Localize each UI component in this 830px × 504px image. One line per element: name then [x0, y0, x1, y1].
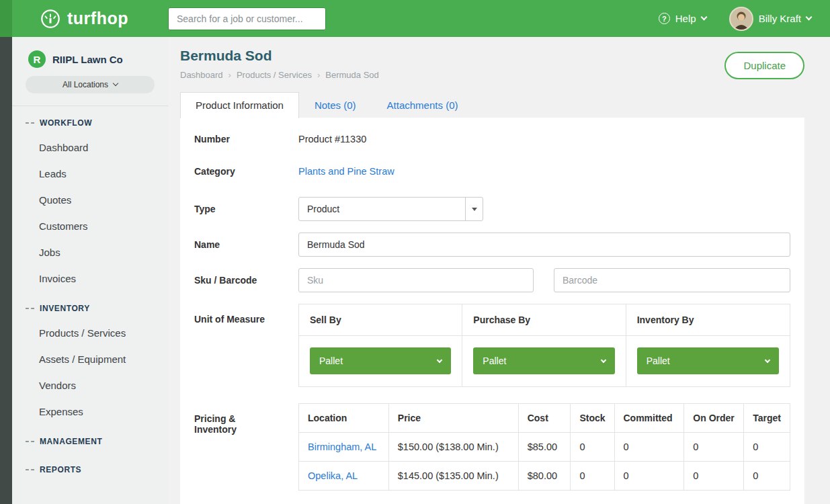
section-header-inventory[interactable]: INVENTORY — [12, 296, 168, 320]
duplicate-button[interactable]: Duplicate — [724, 52, 804, 79]
on-order-cell: 0 — [684, 462, 744, 491]
barcode-input[interactable] — [554, 268, 790, 292]
breadcrumb-current: Bermuda Sod — [325, 70, 379, 80]
section-header-reports[interactable]: REPORTS — [12, 457, 168, 481]
sidebar-item-assets-equipment[interactable]: Assets / Equipment — [12, 346, 168, 372]
sku-input[interactable] — [298, 268, 534, 292]
turfhop-logo-icon — [40, 8, 61, 30]
help-label: Help — [675, 13, 696, 24]
dashes-icon — [26, 122, 34, 124]
sidebar-item-invoices[interactable]: Invoices — [12, 265, 168, 292]
table-row: Birmingham, AL $150.00 ($138.00 Min.) $8… — [299, 433, 790, 462]
number-label: Number — [194, 134, 298, 144]
sidebar-section-management: MANAGEMENT — [12, 429, 168, 453]
table-row: Opelika, AL $145.00 ($135.00 Min.) $80.0… — [299, 462, 790, 491]
user-menu[interactable]: Billy Kraft — [729, 7, 811, 31]
chevron-down-icon — [113, 81, 118, 86]
help-menu[interactable]: ? Help — [659, 13, 706, 24]
type-selected-value: Product — [307, 204, 339, 214]
dashes-icon — [26, 308, 34, 309]
sidebar-item-products-services[interactable]: Products / Services — [12, 320, 168, 346]
chevron-down-icon — [437, 357, 442, 362]
chevron-down-icon — [600, 357, 606, 362]
avatar — [729, 7, 753, 31]
sidebar-item-quotes[interactable]: Quotes — [12, 187, 168, 213]
committed-cell: 0 — [614, 462, 684, 491]
category-link[interactable]: Plants and Pine Straw — [298, 166, 395, 177]
chevron-down-icon — [765, 357, 770, 362]
dashes-icon — [26, 441, 34, 442]
purchase-by-dropdown[interactable]: Pallet — [473, 347, 614, 374]
type-select[interactable]: Product — [298, 197, 483, 221]
col-committed: Committed — [614, 404, 684, 433]
tab-attachments[interactable]: Attachments (0) — [372, 92, 474, 118]
sku-barcode-label: Sku / Barcode — [194, 275, 298, 286]
pricing-inventory-table: Location Price Cost Stock Committed On O… — [298, 403, 790, 491]
stock-cell: 0 — [571, 433, 614, 462]
company-name: RIIPL Lawn Co — [52, 54, 123, 65]
inventory-by-dropdown[interactable]: Pallet — [637, 347, 779, 374]
tab-bar: Product Information Notes (0) Attachment… — [180, 92, 804, 118]
locations-label: All Locations — [63, 80, 108, 89]
sidebar-section-reports: REPORTS — [12, 457, 168, 481]
sell-by-dropdown[interactable]: Pallet — [310, 347, 451, 374]
category-label: Category — [194, 166, 298, 177]
breadcrumb-products-services[interactable]: Products / Services — [237, 70, 312, 80]
main-content: Bermuda Sod Dashboard › Products / Servi… — [180, 37, 830, 504]
breadcrumb-dashboard[interactable]: Dashboard — [180, 70, 223, 80]
uom-cell-inventory-by: Pallet — [626, 336, 790, 386]
uom-cell-sell-by: Pallet — [299, 336, 462, 386]
section-label: INVENTORY — [40, 304, 90, 313]
page-title: Bermuda Sod — [180, 48, 379, 64]
row-category: Category Plants and Pine Straw — [194, 166, 790, 177]
col-cost: Cost — [518, 404, 571, 433]
unit-of-measure-table: Sell By Purchase By Inventory By Pallet … — [298, 304, 790, 387]
uom-cell-purchase-by: Pallet — [462, 336, 626, 386]
pricing-inventory-label: Pricing & Inventory — [194, 403, 275, 435]
col-location: Location — [299, 404, 389, 433]
target-cell: 0 — [744, 462, 790, 491]
sidebar: R RIIPL Lawn Co All Locations WORKFLOW D… — [12, 37, 168, 504]
user-name: Billy Kraft — [759, 13, 801, 24]
price-cell: $150.00 ($138.00 Min.) — [388, 433, 518, 462]
tab-product-information[interactable]: Product Information — [180, 92, 299, 118]
sidebar-item-vendors[interactable]: Vendors — [12, 372, 168, 398]
name-label: Name — [194, 239, 298, 250]
sidebar-divider — [12, 106, 168, 106]
row-sku-barcode: Sku / Barcode — [194, 268, 790, 292]
brand-logo[interactable]: turfhop — [0, 8, 168, 30]
on-order-cell: 0 — [684, 433, 744, 462]
location-link[interactable]: Birmingham, AL — [299, 433, 389, 462]
tab-notes[interactable]: Notes (0) — [299, 92, 372, 118]
help-icon: ? — [659, 13, 670, 24]
section-label: MANAGEMENT — [40, 437, 102, 446]
location-link[interactable]: Opelika, AL — [299, 462, 389, 491]
company-header[interactable]: R RIIPL Lawn Co — [12, 37, 168, 76]
locations-dropdown[interactable]: All Locations — [26, 76, 155, 93]
brand-name: turfhop — [67, 9, 128, 28]
topbar: turfhop ? Help Billy Kraft — [0, 0, 830, 37]
search-input[interactable] — [168, 7, 326, 30]
purchase-by-value: Pallet — [483, 355, 506, 366]
cost-cell: $80.00 — [518, 462, 571, 491]
product-information-panel: Number Product #11330 Category Plants an… — [180, 118, 804, 504]
sidebar-section-workflow: WORKFLOW Dashboard Leads Quotes Customer… — [12, 110, 168, 292]
chevron-down-icon — [806, 14, 813, 21]
cost-cell: $85.00 — [518, 433, 571, 462]
col-stock: Stock — [571, 404, 614, 433]
breadcrumb-separator: › — [229, 70, 231, 80]
name-input[interactable] — [298, 233, 790, 257]
sidebar-item-leads[interactable]: Leads — [12, 161, 168, 187]
section-header-management[interactable]: MANAGEMENT — [12, 429, 168, 453]
type-label: Type — [194, 204, 298, 214]
chevron-down-icon — [700, 14, 707, 21]
row-unit-of-measure: Unit of Measure Sell By Purchase By Inve… — [194, 304, 790, 387]
sidebar-item-customers[interactable]: Customers — [12, 213, 168, 239]
section-header-workflow[interactable]: WORKFLOW — [12, 110, 168, 134]
row-name: Name — [194, 233, 790, 257]
sidebar-item-dashboard[interactable]: Dashboard — [12, 134, 168, 161]
select-caret-icon — [465, 198, 483, 220]
sidebar-item-expenses[interactable]: Expenses — [12, 398, 168, 425]
sidebar-item-jobs[interactable]: Jobs — [12, 239, 168, 265]
uom-col-purchase-by: Purchase By — [462, 304, 626, 336]
